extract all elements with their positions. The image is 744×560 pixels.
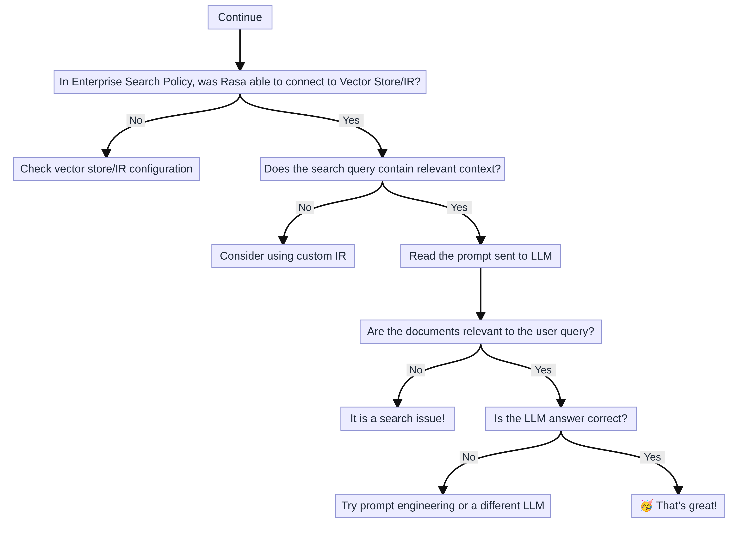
flowchart-canvas: NoYesNoYesNoYesNoYes ContinueIn Enterpri… [0,0,744,560]
flowchart-node: Try prompt engineering or a different LL… [335,494,551,517]
edge-label-text: Yes [535,364,552,375]
node-label: It is a search issue! [350,412,445,425]
edge-label-text: No [298,201,311,213]
flowchart-edge [106,93,240,157]
edge-label: No [459,451,478,464]
edge-label-text: No [462,451,476,463]
edge-label-text: Yes [450,201,468,213]
edge-label: Yes [531,364,556,376]
edge-label-text: Yes [342,114,360,126]
node-label: Check vector store/IR configuration [20,162,193,175]
flowchart-node: Continue [208,6,272,29]
edge-label: No [407,364,425,376]
edge-label: Yes [447,201,472,214]
flowchart-node: 🥳 That's great! [632,494,725,517]
node-label: Continue [218,11,262,23]
node-label: Consider using custom IR [220,249,346,262]
node-label: Does the search query contain relevant c… [264,162,501,175]
edge-label: Yes [339,114,364,127]
flowchart-node: Read the prompt sent to LLM [401,244,561,268]
edge-label-text: No [129,114,142,126]
edge-label-text: Yes [644,451,661,463]
flowchart-node: Are the documents relevant to the user q… [360,320,601,343]
edge-label: No [126,114,145,127]
flowchart-node: Does the search query contain relevant c… [260,157,505,181]
node-label: 🥳 That's great! [640,499,717,512]
node-label: Read the prompt sent to LLM [409,249,552,262]
flowchart-node: Consider using custom IR [212,244,355,268]
edge-label-text: No [409,364,422,375]
node-label: Are the documents relevant to the user q… [367,325,594,337]
flowchart-node: It is a search issue! [341,407,454,430]
node-label: Try prompt engineering or a different LL… [341,499,545,512]
node-label: In Enterprise Search Policy, was Rasa ab… [59,75,421,88]
node-label: Is the LLM answer correct? [494,412,627,425]
edge-label: Yes [640,451,665,464]
flowchart-node: Is the LLM answer correct? [485,407,636,430]
edge-label: No [296,201,314,214]
flowchart-node: In Enterprise Search Policy, was Rasa ab… [54,70,426,93]
flowchart-node: Check vector store/IR configuration [13,157,199,181]
